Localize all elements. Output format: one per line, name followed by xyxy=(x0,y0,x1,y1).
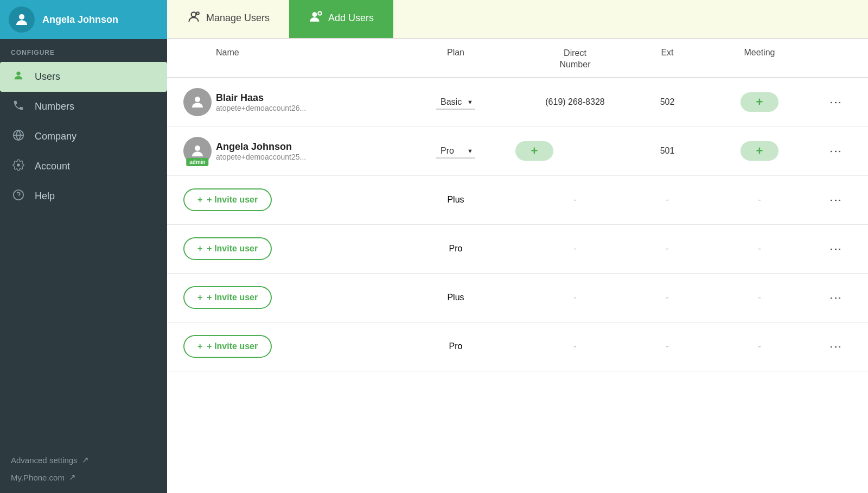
sidebar-item-company-label: Company xyxy=(35,131,76,142)
direct-number-angela[interactable]: + xyxy=(515,141,635,161)
invite-actions-1[interactable]: ⋮ xyxy=(819,191,852,208)
meeting-cell-angela[interactable]: + xyxy=(700,141,819,161)
invite-user-button-4[interactable]: + + Invite user xyxy=(183,335,272,358)
invite-btn-cell-3[interactable]: + + Invite user xyxy=(183,286,396,309)
table-row: admin Angela Johnson atopete+demoaccount… xyxy=(167,127,868,176)
plan-select-blair[interactable]: Basic Pro Plus xyxy=(436,95,475,110)
direct-number-add-button-angela[interactable]: + xyxy=(515,141,553,161)
user-email-blair: atopete+demoaccount26... xyxy=(216,104,396,112)
plan-cell-blair[interactable]: Basic Pro Plus xyxy=(396,95,515,110)
meeting-add-button-angela[interactable]: + xyxy=(741,141,778,161)
invite-label-4: + Invite user xyxy=(207,342,258,351)
table-row: Blair Haas atopete+demoaccount26... Basi… xyxy=(167,78,868,127)
invite-ext-4: - xyxy=(635,341,700,352)
external-link-icon-2: ↗ xyxy=(69,472,76,482)
invite-meeting-4: - xyxy=(700,341,819,352)
more-options-icon-blair[interactable]: ⋮ xyxy=(825,93,846,111)
col-header-name: Name xyxy=(216,48,396,71)
help-icon xyxy=(11,189,26,204)
tab-manage-users[interactable]: Manage Users xyxy=(167,0,289,38)
invite-row: + + Invite user Pro - - - ⋮ xyxy=(167,225,868,274)
invite-meeting-1: - xyxy=(700,194,819,206)
my-phone-label: My.Phone.com xyxy=(11,473,65,482)
users-icon xyxy=(11,69,26,84)
table-header: Name Plan DirectNumber Ext Meeting xyxy=(167,39,868,78)
user-avatar-blair xyxy=(183,88,212,116)
invite-meeting-3: - xyxy=(700,292,819,304)
plan-cell-angela[interactable]: Pro Basic Plus xyxy=(396,144,515,159)
advanced-settings-label: Advanced settings xyxy=(11,456,78,465)
sidebar-footer: Advanced settings ↗ My.Phone.com ↗ xyxy=(0,444,167,493)
phone-icon xyxy=(11,99,26,114)
user-avatar-angela: admin xyxy=(183,137,212,165)
invite-plan-1: Plus xyxy=(396,195,515,205)
invite-row: + + Invite user Plus - - - ⋮ xyxy=(167,176,868,225)
col-header-meeting: Meeting xyxy=(700,48,819,71)
invite-plus-icon-1: + xyxy=(197,195,202,205)
sidebar-item-help[interactable]: Help xyxy=(0,181,167,211)
invite-btn-cell-4[interactable]: + + Invite user xyxy=(183,335,396,358)
sidebar-item-numbers[interactable]: Numbers xyxy=(0,92,167,122)
more-options-icon-angela[interactable]: ⋮ xyxy=(825,142,846,160)
user-info-blair: Blair Haas atopete+demoaccount26... xyxy=(216,92,396,112)
avatar xyxy=(9,7,35,33)
more-options-icon-invite-4[interactable]: ⋮ xyxy=(825,338,846,355)
manage-users-icon xyxy=(187,10,201,27)
invite-ext-2: - xyxy=(635,243,700,255)
meeting-add-button-blair[interactable]: + xyxy=(741,92,778,112)
user-email-angela: atopete+demoaccount25... xyxy=(216,153,396,161)
direct-number-blair: (619) 268-8328 xyxy=(515,97,635,107)
svg-point-0 xyxy=(19,14,24,20)
invite-actions-2[interactable]: ⋮ xyxy=(819,240,852,257)
meeting-cell-blair[interactable]: + xyxy=(700,92,819,112)
svg-point-6 xyxy=(192,12,196,17)
invite-plus-icon-3: + xyxy=(197,293,202,302)
tab-add-users[interactable]: Add Users xyxy=(289,0,393,38)
invite-plus-icon-2: + xyxy=(197,244,202,254)
invite-plan-text-2: Pro xyxy=(449,244,463,254)
invite-plan-4: Pro xyxy=(396,342,515,351)
col-header-ext: Ext xyxy=(635,48,700,71)
actions-cell-blair[interactable]: ⋮ xyxy=(819,93,852,111)
advanced-settings-link[interactable]: Advanced settings ↗ xyxy=(11,455,156,465)
sidebar-item-users[interactable]: Users xyxy=(0,62,167,92)
invite-user-button-3[interactable]: + + Invite user xyxy=(183,286,272,309)
users-table: Name Plan DirectNumber Ext Meeting Blair… xyxy=(167,39,868,493)
invite-btn-cell-1[interactable]: + + Invite user xyxy=(183,188,396,211)
invite-direct-3: - xyxy=(515,292,635,304)
invite-user-button-2[interactable]: + + Invite user xyxy=(183,237,272,260)
tab-add-users-label: Add Users xyxy=(328,12,374,24)
invite-direct-2: - xyxy=(515,243,635,255)
tab-manage-users-label: Manage Users xyxy=(206,12,270,24)
globe-icon xyxy=(11,129,26,144)
more-options-icon-invite-2[interactable]: ⋮ xyxy=(825,240,846,257)
invite-plan-text-3: Plus xyxy=(447,293,464,302)
add-users-icon xyxy=(309,10,323,27)
sidebar-item-company[interactable]: Company xyxy=(0,122,167,151)
invite-direct-1: - xyxy=(515,194,635,206)
sidebar-item-account[interactable]: Account xyxy=(0,151,167,181)
actions-cell-angela[interactable]: ⋮ xyxy=(819,142,852,160)
invite-user-button-1[interactable]: + + Invite user xyxy=(183,188,272,211)
svg-point-1 xyxy=(16,72,20,75)
invite-meeting-2: - xyxy=(700,243,819,255)
more-options-icon-invite-1[interactable]: ⋮ xyxy=(825,191,846,208)
plan-select-angela[interactable]: Pro Basic Plus xyxy=(436,144,475,159)
external-link-icon: ↗ xyxy=(82,455,89,465)
invite-btn-cell-2[interactable]: + + Invite user xyxy=(183,237,396,260)
invite-actions-3[interactable]: ⋮ xyxy=(819,289,852,306)
invite-ext-1: - xyxy=(635,194,700,206)
sidebar: Angela Johnson CONFIGURE Users Numbers C… xyxy=(0,0,167,493)
invite-ext-3: - xyxy=(635,292,700,304)
my-phone-link[interactable]: My.Phone.com ↗ xyxy=(11,472,156,482)
more-options-icon-invite-3[interactable]: ⋮ xyxy=(825,289,846,306)
sidebar-item-help-label: Help xyxy=(35,191,55,202)
svg-point-10 xyxy=(312,12,317,17)
sidebar-item-users-label: Users xyxy=(35,71,60,83)
admin-badge: admin xyxy=(186,158,208,166)
invite-actions-4[interactable]: ⋮ xyxy=(819,338,852,355)
top-tabs: Manage Users Add Users xyxy=(167,0,868,39)
invite-label-1: + Invite user xyxy=(207,195,258,205)
sidebar-item-account-label: Account xyxy=(35,161,70,172)
invite-plan-text-1: Plus xyxy=(447,195,464,205)
